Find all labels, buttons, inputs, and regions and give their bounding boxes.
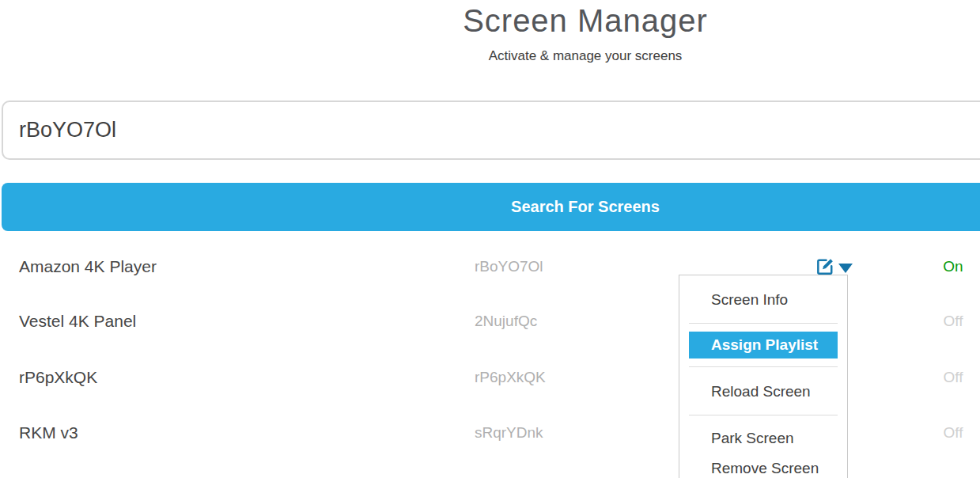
screen-manager-page: Screen Manager Activate & manage your sc… [0, 0, 980, 478]
status-badge: Off [925, 424, 980, 442]
screen-id: rP6pXkQK [475, 369, 546, 386]
screen-actions-menu: Screen Info Assign Playlist Reload Scree… [679, 275, 848, 478]
screen-id: 2NujufQc [475, 313, 537, 330]
screen-id: rBoYO7Ol [475, 258, 543, 275]
menu-divider [689, 415, 838, 415]
menu-item-screen-info[interactable]: Screen Info [679, 285, 847, 315]
screen-name: rP6pXkQK [19, 368, 97, 387]
menu-item-reload-screen[interactable]: Reload Screen [679, 377, 847, 407]
screen-name: Amazon 4K Player [19, 257, 157, 276]
menu-divider [689, 323, 838, 324]
page-title: Screen Manager [2, 3, 980, 39]
search-for-screens-button[interactable]: Search For Screens [2, 183, 980, 231]
screen-name: Vestel 4K Panel [19, 312, 136, 331]
page-subtitle: Activate & manage your screens [2, 48, 980, 64]
status-badge: Off [925, 313, 980, 330]
screen-name: RKM v3 [19, 423, 78, 442]
caret-down-icon[interactable] [838, 264, 853, 273]
screen-id: sRqrYDnk [475, 424, 543, 442]
menu-item-remove-screen[interactable]: Remove Screen [679, 453, 847, 478]
screen-code-input[interactable] [2, 101, 980, 160]
menu-item-park-screen[interactable]: Park Screen [679, 423, 847, 453]
status-badge: Off [925, 369, 980, 386]
page-header: Screen Manager Activate & manage your sc… [2, 3, 980, 64]
menu-divider [689, 366, 838, 367]
menu-item-assign-playlist[interactable]: Assign Playlist [689, 332, 838, 358]
status-badge: On [925, 258, 980, 275]
